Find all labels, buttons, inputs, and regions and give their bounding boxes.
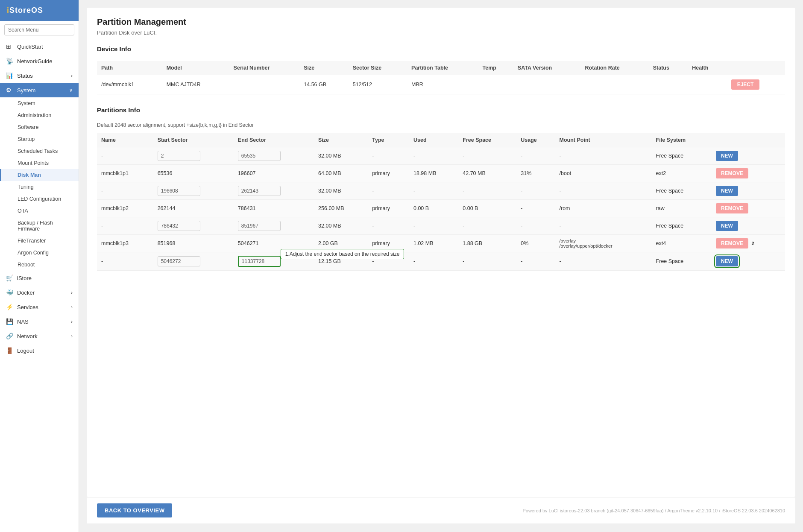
part-start-sector: [153, 147, 234, 165]
part-usage: -: [516, 182, 555, 200]
new-partition-button[interactable]: NEW: [716, 151, 738, 161]
end-sector-input[interactable]: [238, 151, 281, 161]
part-used: -: [409, 217, 458, 235]
part-size: 32.00 MB: [314, 182, 368, 200]
table-row: mmcblk1p2 262144 786431 256.00 MB primar…: [97, 200, 785, 217]
part-end-sector: 1.Adjust the end sector based on the req…: [234, 252, 314, 271]
back-to-overview-button[interactable]: BACK TO OVERVIEW: [97, 503, 172, 517]
end-sector-input[interactable]: [238, 221, 281, 231]
device-eject-cell: EJECT: [727, 75, 785, 94]
brand-name: iStoreOS: [7, 6, 43, 15]
sidebar-item-logout[interactable]: 🚪 Logout: [0, 343, 79, 358]
part-name: -: [97, 252, 153, 271]
part-free-space: -: [458, 217, 516, 235]
sidebar-subitem-startup[interactable]: Startup: [0, 133, 79, 145]
device-partition-table: MBR: [407, 75, 478, 94]
part-start-sector: [153, 182, 234, 200]
pcol-free-space: Free Space: [458, 133, 516, 147]
chevron-right-icon: ›: [71, 333, 73, 339]
device-sata-version: [513, 75, 581, 94]
sidebar-item-networkguide[interactable]: 📡 NetworkGuide: [0, 54, 79, 68]
part-free-space: 0.00 B: [458, 200, 516, 217]
sidebar-subitem-led-config[interactable]: LED Configuration: [0, 193, 79, 205]
sidebar-subitem-argon-config[interactable]: Argon Config: [0, 247, 79, 259]
sidebar-subitem-ota[interactable]: OTA: [0, 205, 79, 217]
sidebar-subitem-backup-flash[interactable]: Backup / Flash Firmware: [0, 217, 79, 235]
part-mount-point: -: [555, 182, 652, 200]
device-size: 14.56 GB: [299, 75, 348, 94]
part-usage: 0%: [516, 235, 555, 252]
remove-partition-button[interactable]: REMOVE: [716, 168, 748, 178]
search-input[interactable]: [4, 24, 74, 35]
start-sector-input[interactable]: [158, 151, 200, 161]
brand-logo: iStoreOS: [0, 0, 79, 21]
sidebar-subitem-system[interactable]: System: [0, 97, 79, 109]
part-type: -: [368, 182, 409, 200]
part-action-cell: REMOVE: [712, 200, 785, 217]
partitions-note: Default 2048 sector alignment, support +…: [97, 122, 785, 128]
sidebar-subitem-mount-points[interactable]: Mount Points: [0, 157, 79, 169]
table-row: - 32.00 MB - - - - - Free Space NEW: [97, 147, 785, 165]
part-name: -: [97, 182, 153, 200]
sidebar-item-quickstart[interactable]: ⊞ QuickStart: [0, 39, 79, 54]
sidebar-subitem-reboot[interactable]: Reboot: [0, 259, 79, 271]
new-partition-button-highlighted[interactable]: NEW: [716, 256, 738, 266]
part-used: 1.02 MB: [409, 235, 458, 252]
part-used: -: [409, 182, 458, 200]
col-action: [727, 61, 785, 75]
part-free-space: -: [458, 252, 516, 271]
sidebar-item-system[interactable]: ⚙ System ∨: [0, 83, 79, 97]
device-path: /dev/mmcblk1: [97, 75, 162, 94]
new-partition-button[interactable]: NEW: [716, 221, 738, 231]
col-sata-version: SATA Version: [513, 61, 581, 75]
chevron-right-icon: ›: [71, 319, 73, 324]
sidebar-item-services[interactable]: ⚡ Services ›: [0, 300, 79, 314]
col-size: Size: [299, 61, 348, 75]
part-end-sector: 196607: [234, 165, 314, 182]
tooltip-hint: 1.Adjust the end sector based on the req…: [281, 249, 404, 259]
sidebar-subitem-disk-man[interactable]: Disk Man: [0, 169, 79, 181]
remove-partition-button[interactable]: REMOVE: [716, 238, 748, 248]
pcol-used: Used: [409, 133, 458, 147]
start-sector-input[interactable]: [158, 186, 200, 196]
device-info-table: Path Model Serial Number Size Sector Siz…: [97, 61, 785, 94]
device-row: /dev/mmcblk1 MMC AJTD4R 14.56 GB 512/512…: [97, 75, 785, 94]
partitions-section: Partitions Info Default 2048 sector alig…: [97, 106, 785, 271]
part-size: 256.00 MB: [314, 200, 368, 217]
sidebar-item-label: iStore: [17, 275, 32, 281]
content-area: Partition Management Partition Disk over…: [87, 8, 795, 497]
sidebar-subitem-tuning[interactable]: Tuning: [0, 181, 79, 193]
remove-partition-button[interactable]: REMOVE: [716, 203, 748, 213]
end-sector-input[interactable]: [238, 186, 281, 196]
pcol-file-system: File System: [652, 133, 712, 147]
pcol-start-sector: Start Sector: [153, 133, 234, 147]
device-health: [688, 75, 727, 94]
sidebar-subitem-filetransfer[interactable]: FileTransfer: [0, 235, 79, 247]
sidebar-subitem-administration[interactable]: Administration: [0, 109, 79, 121]
sidebar-subitem-scheduled-tasks[interactable]: Scheduled Tasks: [0, 145, 79, 157]
network-icon: 🔗: [6, 333, 14, 339]
eject-button[interactable]: EJECT: [731, 79, 760, 90]
part-action-cell: NEW: [712, 252, 785, 271]
start-sector-input[interactable]: [158, 221, 200, 231]
part-end-sector: [234, 182, 314, 200]
sidebar-item-nas[interactable]: 💾 NAS ›: [0, 314, 79, 329]
sidebar-subitem-software[interactable]: Software: [0, 121, 79, 133]
part-free-space: 42.70 MB: [458, 165, 516, 182]
sidebar-item-docker[interactable]: 🐳 Docker ›: [0, 285, 79, 300]
new-partition-button[interactable]: NEW: [716, 186, 738, 196]
sidebar-item-status[interactable]: 📊 Status ›: [0, 68, 79, 83]
sidebar-item-istore[interactable]: 🛒 iStore: [0, 271, 79, 285]
part-usage: 31%: [516, 165, 555, 182]
search-box[interactable]: [0, 21, 79, 39]
table-row: - 32.00 MB - - - - - Free Space NEW: [97, 182, 785, 200]
sidebar-item-network[interactable]: 🔗 Network ›: [0, 329, 79, 343]
status-icon: 📊: [6, 72, 14, 79]
logout-icon: 🚪: [6, 347, 14, 354]
sidebar-item-label: Services: [17, 304, 38, 310]
end-sector-input-highlighted[interactable]: [238, 256, 281, 267]
part-start-sector: 851968: [153, 235, 234, 252]
start-sector-input[interactable]: [158, 256, 200, 266]
part-usage: -: [516, 147, 555, 165]
part-size: 32.00 MB: [314, 217, 368, 235]
